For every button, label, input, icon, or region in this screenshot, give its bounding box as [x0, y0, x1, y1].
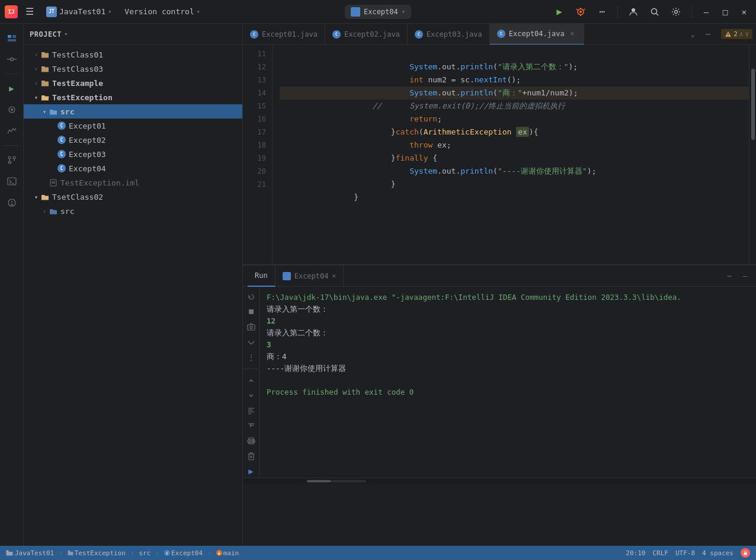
tree-item-except02[interactable]: C Except02: [24, 133, 242, 147]
run-menu-button[interactable]: ⋮: [245, 351, 258, 364]
run-button[interactable]: ▶: [551, 4, 568, 20]
lock-icon: [742, 550, 748, 556]
sidebar-run-icon[interactable]: ▶: [2, 79, 21, 98]
sidebar-debug-icon[interactable]: [2, 100, 21, 119]
file-tree-panel: Project ▾ › TestClass01 › TestClass03: [24, 24, 243, 560]
run-output-line-prompt2: 请录入第二个数：: [267, 327, 749, 339]
debug-button[interactable]: [572, 4, 589, 20]
tree-item-except03[interactable]: C Except03: [24, 147, 242, 161]
run-screenshot-button[interactable]: [245, 321, 258, 334]
tree-item-src-testexception[interactable]: ▾ src: [24, 104, 242, 119]
run-active-button[interactable]: ▶: [245, 465, 258, 478]
tree-item-src-tsetclass02[interactable]: › src: [24, 204, 242, 218]
tab-list-button[interactable]: ⌄: [685, 27, 700, 41]
tree-item-testexample[interactable]: › TestExample: [24, 76, 242, 90]
tab-except04[interactable]: C Except04.java ✕: [490, 24, 584, 45]
svg-point-47: [253, 441, 254, 441]
run-output: F:\Java\jdk-17\bin\java.exe "-javaagent:…: [260, 287, 756, 478]
panel-tab-run[interactable]: Run: [248, 265, 276, 287]
project-selector[interactable]: JT JavaTest01 ▾: [41, 5, 116, 19]
sidebar-icons: ▶: [0, 24, 24, 560]
tab-except01[interactable]: C Except01.java: [243, 24, 325, 45]
tree-item-testexception-iml[interactable]: TestException.iml: [24, 175, 242, 190]
maximize-button[interactable]: □: [718, 5, 732, 19]
run-soft-wrap-icon[interactable]: [245, 420, 258, 433]
panel-more-button[interactable]: ⋯: [723, 270, 736, 283]
statusbar-encoding[interactable]: UTF-8: [675, 549, 695, 557]
sidebar-problems-icon[interactable]: [2, 193, 21, 212]
code-content[interactable]: System.out.println("请录入第二个数："); int num2…: [273, 45, 749, 264]
statusbar-line-sep[interactable]: CRLF: [652, 549, 668, 557]
tab-more-button[interactable]: ⋯: [701, 27, 715, 41]
tab-except02[interactable]: C Except02.java: [325, 24, 408, 45]
tree-arrow-collapsed-icon: ›: [40, 208, 49, 215]
run-horizontal-scrollbar-thumb: [307, 480, 331, 482]
tab-label-except02: Except02.java: [344, 30, 400, 39]
panel-tab-close-button[interactable]: ✕: [332, 272, 336, 280]
run-print-icon[interactable]: [245, 434, 258, 447]
run-scroll-down-button[interactable]: [245, 389, 258, 402]
svg-rect-57: [744, 553, 747, 555]
tree-arrow-expanded-icon: ▾: [32, 194, 40, 200]
account-button[interactable]: [625, 4, 642, 20]
statusbar-breadcrumb-main[interactable]: m main: [216, 549, 239, 557]
tree-item-except04[interactable]: C Except04: [24, 161, 242, 175]
tree-label-testexample: TestExample: [52, 79, 103, 88]
tree-label-src2: src: [60, 207, 74, 216]
statusbar-breadcrumb-testexception[interactable]: TestException: [68, 549, 126, 557]
warning-icon: [725, 31, 732, 38]
statusbar-breadcrumb-item-project[interactable]: JavaTest01: [6, 549, 54, 557]
run-save-button[interactable]: [245, 336, 258, 349]
hamburger-menu-button[interactable]: ☰: [21, 4, 38, 20]
run-restart-button[interactable]: [245, 290, 258, 303]
file-tree-content[interactable]: › TestClass01 › TestClass03 › T: [24, 45, 242, 560]
run-output-line-result: 商：4: [267, 351, 749, 363]
svg-line-8: [656, 13, 659, 15]
run-scrollbar[interactable]: [243, 478, 756, 484]
svg-point-18: [8, 156, 11, 159]
panel-tab-bar: Run Except04 ✕ ⋯ —: [243, 265, 756, 287]
run-output-line-path: F:\Java\jdk-17\bin\java.exe "-javaagent:…: [267, 292, 749, 303]
svg-point-13: [10, 58, 13, 61]
run-scroll-up-button[interactable]: [245, 374, 258, 387]
statusbar-breadcrumb-src[interactable]: src: [139, 549, 151, 557]
statusbar-breadcrumb-except04[interactable]: C Except04: [164, 549, 203, 557]
run-horizontal-scrollbar-track: [307, 480, 366, 482]
panel-tab-file-icon: [283, 272, 291, 280]
tab-close-button[interactable]: ✕: [568, 30, 576, 38]
panel-tab-except04[interactable]: Except04 ✕: [276, 265, 344, 287]
statusbar-sep4: ›: [207, 549, 212, 557]
sidebar-terminal-icon[interactable]: [2, 172, 21, 191]
tree-item-tsetclass02[interactable]: ▾ TsetClass02: [24, 190, 242, 204]
statusbar-position[interactable]: 20:10: [626, 549, 645, 557]
sidebar-project-icon[interactable]: [2, 28, 21, 47]
search-button[interactable]: [646, 4, 663, 20]
minimize-button[interactable]: —: [699, 5, 713, 19]
settings-button[interactable]: [668, 4, 684, 20]
vcs-selector[interactable]: Version control ▾: [120, 5, 204, 18]
more-actions-button[interactable]: ⋯: [594, 4, 610, 20]
run-format-icon[interactable]: [245, 404, 258, 417]
sidebar-git-icon[interactable]: [2, 151, 21, 169]
code-line-11: System.out.println("请录入第二个数：");: [280, 47, 749, 60]
sidebar-profiler-icon[interactable]: [2, 121, 21, 140]
tree-item-testexception[interactable]: ▾ TestException: [24, 90, 242, 104]
run-clear-button[interactable]: [245, 450, 258, 463]
tree-arrow-icon: ›: [32, 66, 40, 72]
statusbar-indent[interactable]: 4 spaces: [702, 549, 733, 557]
close-button[interactable]: ✕: [737, 5, 751, 19]
svg-point-38: [250, 326, 252, 328]
tree-item-testclass03[interactable]: › TestClass03: [24, 62, 242, 76]
folder-closed-icon: [40, 50, 50, 59]
run-stop-button[interactable]: [245, 306, 258, 319]
panel-minimize-button[interactable]: —: [738, 270, 751, 283]
sidebar-commit-icon[interactable]: [2, 50, 21, 69]
svg-point-26: [11, 204, 12, 206]
svg-point-17: [11, 108, 13, 111]
editor-scrollbar[interactable]: [749, 45, 756, 264]
tree-item-testclass01[interactable]: › TestClass01: [24, 47, 242, 62]
tab-except03[interactable]: C Except03.java: [408, 24, 490, 45]
tree-item-except01[interactable]: C Except01: [24, 119, 242, 133]
git-status-icon: [741, 548, 750, 558]
svg-rect-10: [8, 35, 11, 38]
